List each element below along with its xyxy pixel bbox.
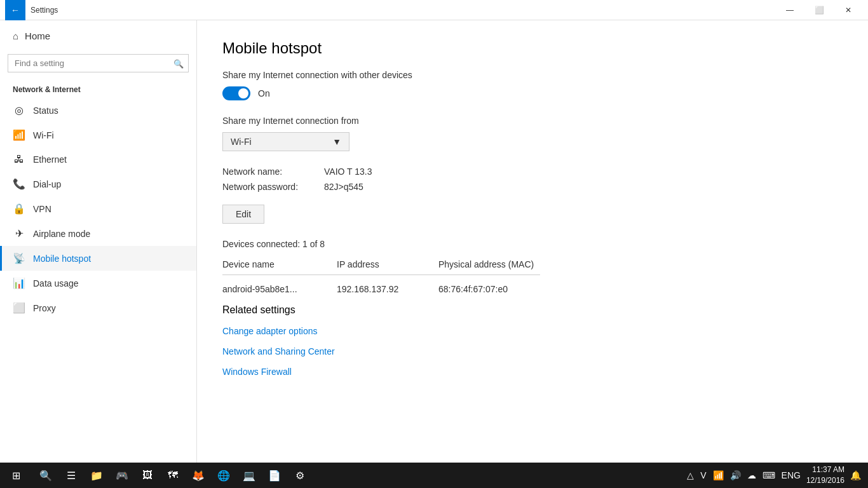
close-button[interactable]: ✕ (834, 0, 863, 20)
sidebar-item-label: Status (33, 105, 58, 116)
search-container: 🔍 (8, 54, 189, 72)
app-title: Settings (31, 6, 775, 15)
taskbar-taskview[interactable]: ☰ (60, 464, 83, 487)
devices-connected-label: Devices connected: 1 of 8 (222, 239, 843, 249)
connection-from-label: Share my Internet connection from (222, 116, 843, 126)
minimize-button[interactable]: — (775, 0, 804, 20)
vpn-icon: 🔒 (13, 203, 25, 215)
col-header-ip: IP address (337, 259, 438, 269)
search-input[interactable] (8, 54, 189, 72)
network-name-value: VAIO T 13.3 (324, 166, 372, 177)
sidebar-item-label: Wi-Fi (33, 130, 54, 140)
taskbar-app1[interactable]: 🎮 (111, 464, 133, 487)
chevron-up-icon[interactable]: △ (685, 470, 696, 480)
toggle-row: On (222, 86, 843, 100)
v-icon[interactable]: V (698, 470, 708, 480)
taskbar-right: △ V 📶 🔊 ☁ ⌨ ENG 11:37 AM 12/19/2016 🔔 (680, 464, 868, 486)
share-label: Share my Internet connection with other … (222, 70, 843, 80)
sidebar-item-label: Mobile hotspot (33, 254, 91, 264)
taskbar-explorer[interactable]: 📁 (85, 464, 108, 487)
sidebar-item-proxy[interactable]: ⬜ Proxy (0, 295, 196, 320)
device-ip: 192.168.137.92 (337, 284, 438, 294)
sidebar-item-label: Proxy (33, 303, 56, 313)
back-button[interactable]: ← (5, 0, 25, 20)
status-icon: ◎ (13, 104, 25, 116)
sidebar-item-status[interactable]: ◎ Status (0, 98, 196, 123)
maximize-button[interactable]: ⬜ (804, 0, 834, 20)
toggle-state-label: On (258, 88, 270, 98)
time: 11:37 AM (806, 464, 844, 475)
network-name-row: Network name: VAIO T 13.3 (222, 166, 843, 177)
date: 12/19/2016 (806, 475, 844, 486)
main-content: Mobile hotspot Share my Internet connect… (197, 20, 868, 463)
taskbar-search[interactable]: 🔍 (34, 464, 57, 487)
sidebar-item-wifi[interactable]: 📶 Wi-Fi (0, 123, 196, 147)
network-password-key: Network password: (222, 182, 324, 192)
change-adapter-link[interactable]: Change adapter options (222, 326, 843, 336)
page-title: Mobile hotspot (222, 39, 843, 57)
volume-icon[interactable]: 🔊 (728, 470, 743, 480)
search-icon: 🔍 (173, 58, 184, 68)
data-icon: 📊 (13, 277, 25, 289)
device-table: Device name IP address Physical address … (222, 259, 540, 298)
home-icon (13, 30, 18, 41)
edit-button[interactable]: Edit (222, 205, 264, 224)
taskbar-settings-app[interactable]: ⚙ (288, 464, 311, 487)
device-table-header: Device name IP address Physical address … (222, 259, 540, 275)
network-info: Network name: VAIO T 13.3 Network passwo… (222, 166, 843, 192)
sidebar-item-label: Data usage (33, 278, 79, 288)
sidebar-item-label: Airplane mode (33, 229, 90, 239)
taskbar-app5[interactable]: 🌐 (212, 464, 235, 487)
sidebar-item-label: Ethernet (33, 154, 67, 165)
network-icon[interactable]: 📶 (711, 470, 726, 480)
sidebar: Home 🔍 Network & Internet ◎ Status 📶 Wi-… (0, 20, 197, 463)
sidebar-item-label: Dial-up (33, 179, 61, 189)
taskbar-app6[interactable]: 💻 (238, 464, 261, 487)
cloud-icon[interactable]: ☁ (745, 470, 758, 480)
network-password-row: Network password: 82J>q545 (222, 182, 843, 192)
windows-firewall-link[interactable]: Windows Firewall (222, 367, 843, 377)
app-body: Home 🔍 Network & Internet ◎ Status 📶 Wi-… (0, 20, 868, 463)
device-name: android-95ab8e1... (222, 284, 337, 294)
taskbar: ⊞ 🔍 ☰ 📁 🎮 🖼 🗺 🦊 🌐 💻 📄 ⚙ △ V 📶 🔊 ☁ ⌨ ENG … (0, 463, 868, 488)
taskbar-apps: 🔍 ☰ 📁 🎮 🖼 🗺 🦊 🌐 💻 📄 ⚙ (32, 464, 314, 487)
taskbar-app3[interactable]: 🗺 (161, 464, 184, 487)
network-sharing-link[interactable]: Network and Sharing Center (222, 346, 843, 356)
notification-icon[interactable]: 🔔 (848, 470, 863, 480)
airplane-icon: ✈ (13, 227, 25, 240)
titlebar: ← Settings — ⬜ ✕ (0, 0, 868, 20)
sidebar-item-hotspot[interactable]: 📡 Mobile hotspot (0, 246, 196, 271)
notification-area: △ V 📶 🔊 ☁ ⌨ ENG (685, 470, 803, 480)
sidebar-item-airplane[interactable]: ✈ Airplane mode (0, 221, 196, 246)
wifi-icon: 📶 (13, 129, 25, 141)
sidebar-item-data[interactable]: 📊 Data usage (0, 271, 196, 295)
col-header-name: Device name (222, 259, 337, 269)
connection-source-dropdown[interactable]: Wi-Fi ▼ (222, 132, 349, 151)
taskbar-app4[interactable]: 🦊 (187, 464, 210, 487)
device-mac: 68:76:4f:67:07:e0 (438, 284, 540, 294)
ethernet-icon: 🖧 (13, 154, 25, 165)
sidebar-section-title: Network & Internet (0, 78, 196, 98)
taskbar-app7[interactable]: 📄 (263, 464, 286, 487)
taskbar-clock[interactable]: 11:37 AM 12/19/2016 (806, 464, 844, 486)
sidebar-item-dialup[interactable]: 📞 Dial-up (0, 172, 196, 196)
chevron-down-icon: ▼ (332, 137, 341, 147)
network-name-key: Network name: (222, 166, 324, 177)
hotspot-toggle[interactable] (222, 86, 250, 100)
start-button[interactable]: ⊞ (0, 463, 32, 488)
sidebar-home[interactable]: Home (0, 20, 196, 51)
home-label: Home (25, 30, 50, 41)
sidebar-item-label: VPN (33, 204, 51, 214)
keyboard-icon[interactable]: ⌨ (761, 470, 777, 480)
proxy-icon: ⬜ (13, 302, 25, 314)
taskbar-app2[interactable]: 🖼 (136, 464, 159, 487)
dialup-icon: 📞 (13, 178, 25, 190)
window-controls: — ⬜ ✕ (775, 0, 863, 20)
language-label[interactable]: ENG (780, 470, 803, 480)
sidebar-item-vpn[interactable]: 🔒 VPN (0, 196, 196, 221)
hotspot-icon: 📡 (13, 252, 25, 264)
network-password-value: 82J>q545 (324, 182, 363, 192)
related-settings-title: Related settings (222, 304, 843, 316)
dropdown-value: Wi-Fi (231, 137, 252, 147)
sidebar-item-ethernet[interactable]: 🖧 Ethernet (0, 147, 196, 172)
